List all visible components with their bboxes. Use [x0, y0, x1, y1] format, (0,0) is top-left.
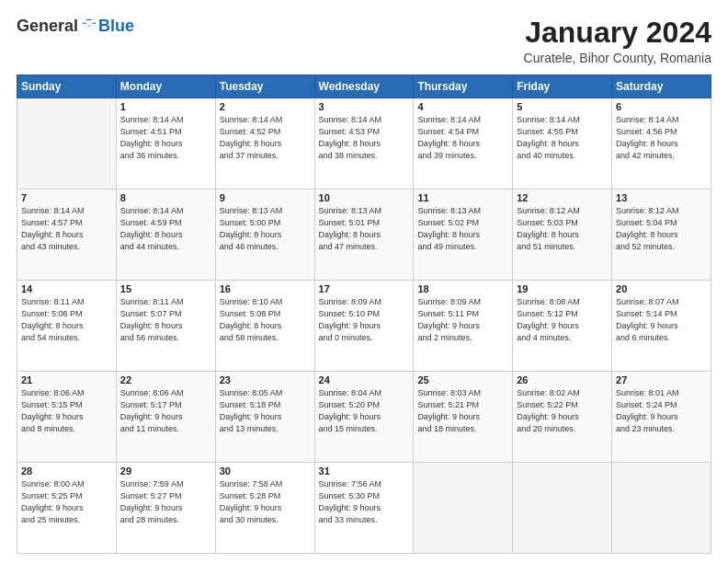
day-number: 10 [319, 192, 410, 203]
day-cell: 30Sunrise: 7:58 AM Sunset: 5:28 PM Dayli… [215, 463, 314, 554]
day-info: Sunrise: 8:14 AM Sunset: 4:57 PM Dayligh… [21, 205, 112, 253]
day-number: 11 [417, 192, 508, 203]
day-cell: 10Sunrise: 8:13 AM Sunset: 5:01 PM Dayli… [314, 190, 414, 281]
day-cell [513, 463, 612, 554]
day-header-saturday: Saturday [612, 75, 711, 98]
day-number: 2 [220, 101, 311, 112]
day-info: Sunrise: 8:09 AM Sunset: 5:10 PM Dayligh… [319, 296, 410, 344]
day-info: Sunrise: 8:05 AM Sunset: 5:18 PM Dayligh… [220, 387, 311, 435]
day-header-monday: Monday [116, 75, 215, 98]
day-number: 4 [417, 101, 508, 112]
day-cell: 23Sunrise: 8:05 AM Sunset: 5:18 PM Dayli… [215, 372, 314, 463]
day-header-wednesday: Wednesday [314, 75, 414, 98]
day-cell: 7Sunrise: 8:14 AM Sunset: 4:57 PM Daylig… [17, 190, 117, 281]
day-header-friday: Friday [513, 75, 612, 98]
week-row-3: 14Sunrise: 8:11 AM Sunset: 5:06 PM Dayli… [17, 281, 711, 372]
calendar-page: General Blue January 2024 Curatele, Biho… [0, 0, 728, 563]
day-cell: 19Sunrise: 8:08 AM Sunset: 5:12 PM Dayli… [513, 281, 612, 372]
header: General Blue January 2024 Curatele, Biho… [17, 17, 711, 65]
day-header-tuesday: Tuesday [215, 75, 314, 98]
day-cell: 14Sunrise: 8:11 AM Sunset: 5:06 PM Dayli… [17, 281, 117, 372]
day-info: Sunrise: 8:13 AM Sunset: 5:01 PM Dayligh… [319, 205, 410, 253]
day-info: Sunrise: 8:07 AM Sunset: 5:14 PM Dayligh… [616, 296, 707, 344]
day-cell: 21Sunrise: 8:06 AM Sunset: 5:15 PM Dayli… [17, 372, 117, 463]
day-cell: 4Sunrise: 8:14 AM Sunset: 4:54 PM Daylig… [414, 98, 513, 190]
day-number: 9 [220, 192, 311, 203]
day-cell: 28Sunrise: 8:00 AM Sunset: 5:25 PM Dayli… [17, 463, 117, 554]
logo-general-text: General [17, 17, 78, 36]
day-cell: 17Sunrise: 8:09 AM Sunset: 5:10 PM Dayli… [314, 281, 414, 372]
logo-blue-text: Blue [98, 17, 134, 36]
day-info: Sunrise: 8:13 AM Sunset: 5:00 PM Dayligh… [220, 205, 311, 253]
day-number: 31 [319, 465, 410, 477]
day-number: 17 [319, 283, 410, 294]
day-info: Sunrise: 8:14 AM Sunset: 4:51 PM Dayligh… [120, 114, 211, 162]
day-info: Sunrise: 8:14 AM Sunset: 4:56 PM Dayligh… [616, 114, 707, 162]
day-number: 16 [220, 283, 311, 294]
day-info: Sunrise: 8:03 AM Sunset: 5:21 PM Dayligh… [417, 387, 508, 435]
day-info: Sunrise: 8:10 AM Sunset: 5:08 PM Dayligh… [220, 296, 311, 344]
day-number: 25 [417, 374, 508, 385]
day-cell: 5Sunrise: 8:14 AM Sunset: 4:55 PM Daylig… [513, 98, 612, 190]
day-info: Sunrise: 8:04 AM Sunset: 5:20 PM Dayligh… [319, 387, 410, 435]
day-info: Sunrise: 7:59 AM Sunset: 5:27 PM Dayligh… [120, 478, 211, 526]
calendar-table: SundayMondayTuesdayWednesdayThursdayFrid… [17, 75, 711, 554]
day-info: Sunrise: 7:58 AM Sunset: 5:28 PM Dayligh… [220, 478, 311, 526]
day-number: 29 [120, 465, 211, 477]
day-cell [612, 463, 711, 554]
day-cell: 29Sunrise: 7:59 AM Sunset: 5:27 PM Dayli… [116, 463, 215, 554]
day-cell: 2Sunrise: 8:14 AM Sunset: 4:52 PM Daylig… [215, 98, 314, 190]
day-info: Sunrise: 7:56 AM Sunset: 5:30 PM Dayligh… [319, 478, 410, 526]
day-info: Sunrise: 8:11 AM Sunset: 5:06 PM Dayligh… [21, 296, 112, 344]
calendar-header-row: SundayMondayTuesdayWednesdayThursdayFrid… [17, 75, 711, 98]
day-cell [17, 98, 117, 190]
day-cell: 18Sunrise: 8:09 AM Sunset: 5:11 PM Dayli… [414, 281, 513, 372]
day-info: Sunrise: 8:13 AM Sunset: 5:02 PM Dayligh… [417, 205, 508, 253]
day-number: 18 [417, 283, 508, 294]
day-number: 21 [21, 374, 112, 385]
day-cell: 9Sunrise: 8:13 AM Sunset: 5:00 PM Daylig… [215, 190, 314, 281]
day-info: Sunrise: 8:09 AM Sunset: 5:11 PM Dayligh… [417, 296, 508, 344]
day-number: 20 [616, 283, 707, 294]
day-number: 12 [517, 192, 608, 203]
day-info: Sunrise: 8:06 AM Sunset: 5:15 PM Dayligh… [21, 387, 112, 435]
day-number: 13 [616, 192, 707, 203]
day-cell: 16Sunrise: 8:10 AM Sunset: 5:08 PM Dayli… [215, 281, 314, 372]
day-number: 27 [616, 374, 707, 385]
day-cell: 8Sunrise: 8:14 AM Sunset: 4:59 PM Daylig… [116, 190, 215, 281]
day-cell: 15Sunrise: 8:11 AM Sunset: 5:07 PM Dayli… [116, 281, 215, 372]
day-info: Sunrise: 8:14 AM Sunset: 4:53 PM Dayligh… [319, 114, 410, 162]
day-cell: 11Sunrise: 8:13 AM Sunset: 5:02 PM Dayli… [414, 190, 513, 281]
main-title: January 2024 [524, 17, 711, 49]
logo: General Blue [17, 17, 134, 36]
day-cell: 26Sunrise: 8:02 AM Sunset: 5:22 PM Dayli… [513, 372, 612, 463]
day-cell: 25Sunrise: 8:03 AM Sunset: 5:21 PM Dayli… [414, 372, 513, 463]
day-number: 1 [120, 101, 211, 112]
day-cell: 6Sunrise: 8:14 AM Sunset: 4:56 PM Daylig… [612, 98, 711, 190]
day-info: Sunrise: 8:01 AM Sunset: 5:24 PM Dayligh… [616, 387, 707, 435]
day-number: 23 [220, 374, 311, 385]
day-cell [414, 463, 513, 554]
day-number: 8 [120, 192, 211, 203]
day-info: Sunrise: 8:08 AM Sunset: 5:12 PM Dayligh… [517, 296, 608, 344]
day-info: Sunrise: 8:14 AM Sunset: 4:52 PM Dayligh… [220, 114, 311, 162]
week-row-5: 28Sunrise: 8:00 AM Sunset: 5:25 PM Dayli… [17, 463, 711, 554]
day-header-sunday: Sunday [17, 75, 117, 98]
day-number: 22 [120, 374, 211, 385]
week-row-2: 7Sunrise: 8:14 AM Sunset: 4:57 PM Daylig… [17, 190, 711, 281]
day-number: 15 [120, 283, 211, 294]
day-cell: 31Sunrise: 7:56 AM Sunset: 5:30 PM Dayli… [314, 463, 414, 554]
day-cell: 24Sunrise: 8:04 AM Sunset: 5:20 PM Dayli… [314, 372, 414, 463]
day-cell: 12Sunrise: 8:12 AM Sunset: 5:03 PM Dayli… [513, 190, 612, 281]
day-info: Sunrise: 8:00 AM Sunset: 5:25 PM Dayligh… [21, 478, 112, 526]
day-info: Sunrise: 8:14 AM Sunset: 4:54 PM Dayligh… [417, 114, 508, 162]
subtitle: Curatele, Bihor County, Romania [524, 51, 711, 65]
day-info: Sunrise: 8:14 AM Sunset: 4:59 PM Dayligh… [120, 205, 211, 253]
day-cell: 13Sunrise: 8:12 AM Sunset: 5:04 PM Dayli… [612, 190, 711, 281]
week-row-4: 21Sunrise: 8:06 AM Sunset: 5:15 PM Dayli… [17, 372, 711, 463]
day-info: Sunrise: 8:14 AM Sunset: 4:55 PM Dayligh… [517, 114, 608, 162]
day-number: 28 [21, 465, 112, 477]
day-cell: 22Sunrise: 8:06 AM Sunset: 5:17 PM Dayli… [116, 372, 215, 463]
day-number: 30 [220, 465, 311, 477]
day-number: 6 [616, 101, 707, 112]
